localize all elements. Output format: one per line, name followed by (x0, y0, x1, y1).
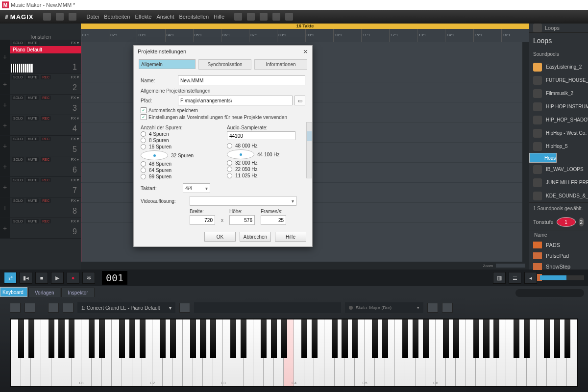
soundpools-header[interactable]: Soundpools (529, 49, 588, 60)
track-fx-button[interactable]: FX ▾ (71, 178, 79, 182)
white-key[interactable] (31, 319, 41, 386)
white-key[interactable] (112, 319, 122, 386)
white-key[interactable] (244, 319, 254, 386)
dialog-tab-info[interactable]: Informationen (254, 59, 307, 70)
menu-bereitstellen[interactable]: Bereitstellen (179, 14, 209, 20)
path-input[interactable] (178, 96, 293, 105)
vertical-scrollbar[interactable] (522, 42, 529, 262)
track-mute-button[interactable]: MUTE (26, 116, 39, 121)
soundpool-item[interactable]: HipHop - West Co. (529, 126, 588, 140)
skip-start-button[interactable]: ▮◂ (20, 272, 32, 284)
tracks-radio[interactable] (141, 150, 168, 160)
track-mute-button[interactable]: MUTE (26, 75, 39, 79)
soundpool-item[interactable]: JUNE MILLER PRES (529, 176, 588, 189)
track-row-3[interactable]: + SOLO MUTE REC FX ▾ 3 (0, 95, 81, 115)
track-rec-button[interactable]: REC (41, 75, 51, 79)
kbd-prev-button[interactable] (10, 303, 21, 313)
track-row-6[interactable]: + SOLO MUTE REC FX ▾ 6 (0, 156, 81, 177)
white-key[interactable] (81, 319, 92, 386)
white-key[interactable] (557, 319, 567, 386)
track-rec-button[interactable]: REC (41, 137, 51, 141)
track-add-icon[interactable]: + (0, 136, 10, 156)
tonstufe-2[interactable]: 2 (579, 218, 584, 226)
taktart-select[interactable]: 4/4▾ (183, 183, 210, 193)
track-row-4[interactable]: + SOLO MUTE REC FX ▾ 4 (0, 115, 81, 136)
track-mute-button[interactable]: MUTE (26, 96, 39, 100)
white-key[interactable] (61, 319, 72, 386)
white-key[interactable] (193, 319, 203, 386)
preset-selector[interactable]: 1: Concert Grand LE - Piano Default▾ (77, 302, 175, 313)
white-key[interactable] (122, 319, 132, 386)
samplerate-radio[interactable] (227, 173, 232, 178)
track-rec-button[interactable]: REC (41, 219, 51, 223)
breite-input[interactable] (190, 215, 215, 225)
white-key[interactable] (527, 319, 537, 386)
tracks-radio[interactable] (141, 161, 146, 167)
track-fx-button[interactable]: FX ▾ (71, 75, 79, 79)
name-input[interactable] (178, 75, 305, 85)
white-key[interactable] (274, 319, 284, 386)
volume-icon[interactable]: ◂ (524, 272, 537, 284)
track-row-9[interactable]: + SOLO MUTE REC FX ▾ 9 (0, 218, 81, 239)
track-rec-button[interactable]: REC (41, 116, 51, 121)
defaults-checkbox[interactable]: ✓ (141, 114, 147, 120)
white-key[interactable] (496, 319, 507, 386)
white-key[interactable] (92, 319, 102, 386)
track-mute-button[interactable]: MUTE (26, 137, 39, 141)
kbd-next-button[interactable] (24, 303, 35, 313)
white-key[interactable] (152, 319, 163, 386)
track-rec-button[interactable]: REC (41, 96, 51, 100)
tonstufen-label[interactable]: Tonstufen (0, 24, 81, 40)
white-key[interactable] (425, 319, 436, 386)
browse-button[interactable]: ▭ (294, 96, 305, 105)
white-key[interactable] (41, 319, 51, 386)
track-solo-button[interactable]: SOLO (12, 116, 24, 121)
play-button[interactable]: ▶ (51, 272, 64, 284)
white-key[interactable] (335, 319, 345, 386)
white-key[interactable] (132, 319, 143, 386)
samplerate-radio[interactable] (227, 167, 232, 172)
track-row-8[interactable]: + SOLO MUTE REC FX ▾ 8 (0, 197, 81, 218)
white-key[interactable] (395, 319, 405, 386)
samplerate-radio[interactable] (227, 149, 254, 159)
search-input[interactable] (515, 289, 584, 297)
hoehe-input[interactable] (229, 215, 255, 225)
dialog-tab-allgemein[interactable]: Allgemein (139, 59, 196, 69)
white-key[interactable] (183, 319, 193, 386)
white-key[interactable] (172, 319, 183, 386)
range-display[interactable] (194, 302, 341, 313)
settings-button[interactable]: ✲ (82, 272, 95, 284)
track-add-icon[interactable]: + (0, 177, 10, 197)
track-solo-button[interactable]: SOLO (12, 75, 24, 79)
white-key[interactable] (516, 319, 527, 386)
ruler-tick[interactable]: 12:1 (389, 29, 417, 42)
stop-button[interactable]: ■ (35, 272, 48, 284)
white-key[interactable] (284, 319, 294, 386)
track-solo-button[interactable]: SOLO (12, 96, 24, 100)
menu-ansicht[interactable]: Ansicht (156, 14, 174, 20)
soundpool-item[interactable]: EasyListening_2 (529, 60, 588, 74)
loop-region[interactable]: 16 Takte (81, 24, 529, 29)
track-fx-button[interactable]: FX ▾ (71, 157, 79, 162)
open-file-icon[interactable] (56, 13, 64, 21)
menu-hilfe[interactable]: Hilfe (214, 14, 224, 20)
ruler-tick[interactable]: 05:1 (193, 29, 221, 42)
soundpool-item[interactable]: HipHop_5 (529, 140, 588, 153)
track-add-icon[interactable]: + (0, 40, 10, 74)
soundpool-item[interactable]: HIP_HOP_SHADOV (529, 113, 588, 126)
piano-keyboard[interactable]: C1C2C3C4C5C6 (10, 318, 578, 387)
ruler-tick[interactable]: 04:1 (165, 29, 193, 42)
white-key[interactable] (385, 319, 395, 386)
ruler-tick[interactable]: 02:1 (109, 29, 137, 42)
track-fx-button[interactable]: FX ▾ (71, 96, 79, 100)
tracks-radio[interactable] (141, 174, 146, 179)
tonstufe-1[interactable]: 1 (557, 217, 576, 227)
cancel-button[interactable]: Abbrechen (240, 232, 271, 242)
white-key[interactable] (203, 319, 213, 386)
track-mute-button[interactable]: MUTE (26, 41, 39, 45)
white-key[interactable] (294, 319, 304, 386)
soundpool-item[interactable]: FUTURE_HOUSE_& (529, 74, 588, 87)
ruler-tick[interactable]: 08:1 (277, 29, 305, 42)
white-key[interactable] (324, 319, 335, 386)
dialog-tab-sync[interactable]: Synchronisation (198, 59, 251, 70)
